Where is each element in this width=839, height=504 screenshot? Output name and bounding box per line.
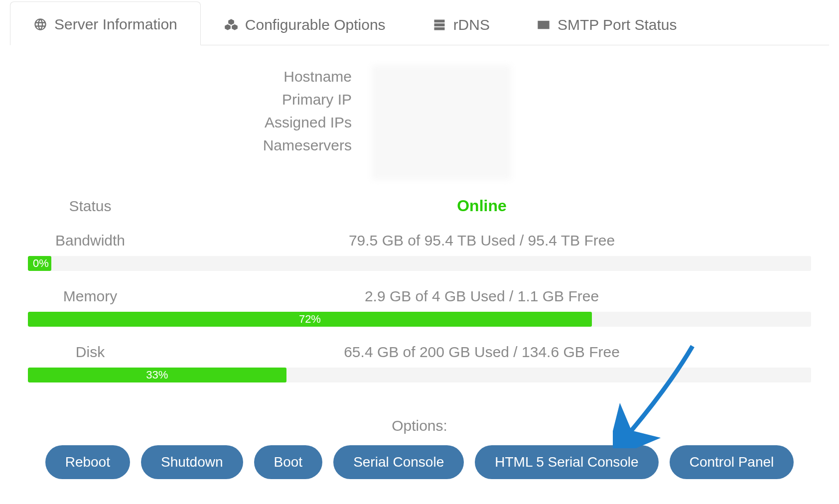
boot-button[interactable]: Boot xyxy=(254,445,323,479)
bandwidth-bar: 0% xyxy=(28,256,811,271)
bandwidth-row: Bandwidth 79.5 GB of 95.4 TB Used / 95.4… xyxy=(28,232,811,249)
bandwidth-value: 79.5 GB of 95.4 TB Used / 95.4 TB Free xyxy=(152,232,811,249)
tab-configurable-options[interactable]: Configurable Options xyxy=(201,2,409,45)
serial-console-button[interactable]: Serial Console xyxy=(333,445,464,479)
tab-label: SMTP Port Status xyxy=(558,16,677,33)
memory-label: Memory xyxy=(28,288,152,305)
tab-label: Configurable Options xyxy=(245,16,386,33)
reboot-button[interactable]: Reboot xyxy=(45,445,130,479)
options-row: Reboot Shutdown Boot Serial Console HTML… xyxy=(28,445,811,479)
server-info-block: Hostname Primary IP Assigned IPs Nameser… xyxy=(28,65,811,180)
tab-bar: Server Information Configurable Options … xyxy=(10,1,829,45)
label-assigned-ips: Assigned IPs xyxy=(28,111,352,134)
tab-rdns[interactable]: rDNS xyxy=(409,2,513,45)
bandwidth-label: Bandwidth xyxy=(28,232,152,249)
envelope-icon xyxy=(537,18,551,32)
cubes-icon xyxy=(224,18,238,32)
info-labels: Hostname Primary IP Assigned IPs Nameser… xyxy=(28,65,352,180)
disk-bar-fill: 33% xyxy=(28,368,286,382)
tab-smtp-port-status[interactable]: SMTP Port Status xyxy=(513,2,700,45)
status-row: Status Online xyxy=(28,197,811,215)
label-primary-ip: Primary IP xyxy=(28,88,352,111)
status-value: Online xyxy=(152,197,811,215)
options-title: Options: xyxy=(28,417,811,434)
redacted-values xyxy=(372,65,511,180)
tab-label: rDNS xyxy=(453,16,490,33)
label-nameservers: Nameservers xyxy=(28,134,352,157)
shutdown-button[interactable]: Shutdown xyxy=(141,445,243,479)
disk-bar: 33% xyxy=(28,368,811,382)
tab-label: Server Information xyxy=(54,16,177,33)
control-panel-button[interactable]: Control Panel xyxy=(670,445,794,479)
disk-label: Disk xyxy=(28,344,152,361)
status-label: Status xyxy=(28,198,152,215)
disk-value: 65.4 GB of 200 GB Used / 134.6 GB Free xyxy=(152,344,811,361)
html5-serial-console-button[interactable]: HTML 5 Serial Console xyxy=(475,445,658,479)
disk-row: Disk 65.4 GB of 200 GB Used / 134.6 GB F… xyxy=(28,344,811,361)
globe-icon xyxy=(33,17,47,31)
server-icon xyxy=(432,18,446,32)
tab-panel-server-information: Hostname Primary IP Assigned IPs Nameser… xyxy=(10,45,829,479)
tab-server-information[interactable]: Server Information xyxy=(10,1,201,45)
bandwidth-bar-fill: 0% xyxy=(28,256,51,271)
memory-value: 2.9 GB of 4 GB Used / 1.1 GB Free xyxy=(152,288,811,305)
memory-row: Memory 2.9 GB of 4 GB Used / 1.1 GB Free xyxy=(28,288,811,305)
label-hostname: Hostname xyxy=(28,65,352,88)
memory-bar: 72% xyxy=(28,312,811,327)
memory-bar-fill: 72% xyxy=(28,312,592,327)
